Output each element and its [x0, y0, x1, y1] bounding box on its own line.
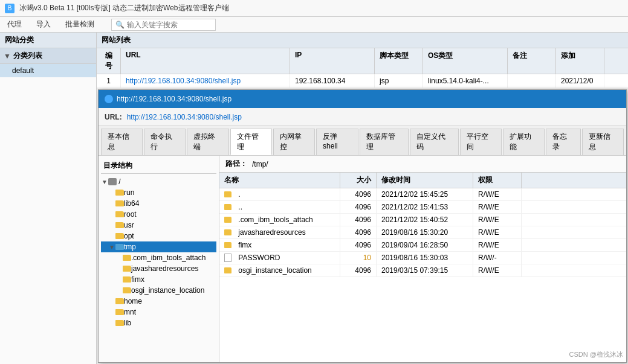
- tab-file-manager[interactable]: 文件管理: [230, 129, 272, 155]
- search-input[interactable]: [127, 21, 212, 29]
- tree-label-lib: lib: [124, 319, 131, 327]
- file-row-osgi[interactable]: osgi_instance_location 4096 2019/03/15 0…: [219, 264, 626, 277]
- tree-item-tmp[interactable]: ▼ tmp: [101, 241, 216, 252]
- menu-proxy[interactable]: 代理: [5, 18, 24, 31]
- tab-database[interactable]: 数据库管理: [360, 129, 409, 155]
- tabs-bar: 基本信息 命令执行 虚拟终端 文件管理 内网掌控 反弹shell 数据库管理 自…: [99, 126, 626, 156]
- popup-window: http://192.168.100.34:9080/shell.jsp URL…: [98, 89, 627, 363]
- folder-icon-javashared: [123, 266, 131, 272]
- tree-item-mnt[interactable]: mnt: [101, 307, 216, 318]
- right-content: 网站列表 编号 URL IP 脚本类型 OS类型 备注 添加 1 http://…: [97, 33, 628, 364]
- tab-custom-code[interactable]: 自定义代码: [410, 129, 459, 155]
- folder-icon-dotdot: [224, 204, 231, 210]
- search-icon: 🔍: [115, 21, 125, 29]
- popup-titlebar: http://192.168.100.34:9080/shell.jsp: [99, 90, 626, 108]
- tree-label-com-ibm: .com_ibm_tools_attach: [131, 254, 206, 262]
- tree-item-opt[interactable]: opt: [101, 231, 216, 241]
- folder-icon-fimx: [123, 276, 131, 283]
- tree-item-fimx[interactable]: fimx: [101, 274, 216, 285]
- left-panel: 网站分类 ▼ 分类列表 default: [0, 33, 97, 364]
- tab-extend[interactable]: 扩展功能: [503, 129, 545, 155]
- tab-reverse-shell[interactable]: 反弹shell: [316, 129, 358, 155]
- app-icon: B: [5, 4, 15, 13]
- tree-item-lib[interactable]: lib: [101, 318, 216, 328]
- file-size-password: 10: [340, 252, 377, 264]
- title-bar: B 冰蝎v3.0 Beta 11 [t00ls专版] 动态二进制加密Web远程管…: [0, 0, 628, 17]
- file-size-fimx: 4096: [340, 239, 377, 251]
- menu-import[interactable]: 导入: [34, 18, 53, 31]
- category-item-default[interactable]: default: [0, 64, 96, 77]
- file-time-dot: 2021/12/02 15:45:25: [377, 188, 473, 200]
- file-row-dot[interactable]: . 4096 2021/12/02 15:45:25 R/W/E: [219, 188, 626, 201]
- folder-icon-osgi-f: [224, 267, 231, 273]
- category-arrow: ▼: [4, 52, 11, 60]
- tree-label-fimx: fimx: [131, 275, 144, 284]
- tab-terminal[interactable]: 虚拟终端: [187, 129, 228, 155]
- file-name-javashared: javasharedresources: [219, 226, 340, 238]
- tree-label-root: /: [117, 177, 121, 186]
- file-row-javashared[interactable]: javasharedresources 4096 2019/08/16 15:3…: [219, 226, 626, 239]
- tab-basic-info[interactable]: 基本信息: [101, 129, 143, 155]
- tree-arrow-opt: [108, 233, 115, 240]
- file-time-fimx: 2019/09/04 16:28:50: [377, 239, 473, 251]
- file-size-osgi: 4096: [340, 264, 377, 276]
- col-header-ip: IP: [290, 48, 375, 74]
- file-row-com-ibm[interactable]: .com_ibm_tools_attach 4096 2021/12/02 15…: [219, 214, 626, 226]
- tree-item-osgi[interactable]: osgi_instance_location: [101, 285, 216, 296]
- main-layout: 网站分类 ▼ 分类列表 default 网站列表 编号 URL IP 脚本类型 …: [0, 33, 628, 364]
- tree-item-home[interactable]: home: [101, 296, 216, 307]
- tab-parallel[interactable]: 平行空间: [460, 129, 502, 155]
- fcol-header-time: 修改时间: [377, 173, 473, 188]
- file-time-password: 2019/08/16 15:30:03: [377, 252, 473, 264]
- folder-icon-lib: [115, 320, 124, 326]
- file-perm-fimx: R/W/E: [473, 239, 522, 251]
- folder-icon-opt: [115, 233, 124, 239]
- popup-url-value: http://192.168.100.34:9080/shell.jsp: [127, 113, 242, 121]
- file-table-header: 名称 大小 修改时间 权限: [219, 173, 626, 188]
- tree-item-com-ibm[interactable]: .com_ibm_tools_attach: [101, 252, 216, 263]
- search-box[interactable]: 🔍: [111, 19, 216, 31]
- file-perm-dot: R/W/E: [473, 188, 522, 200]
- tree-arrow-com-ibm: [115, 255, 123, 261]
- tree-arrow-root-dir: [108, 211, 115, 218]
- tree-item-root-dir[interactable]: root: [101, 209, 216, 220]
- tree-label-javashared: javasharedresources: [131, 264, 198, 273]
- tree-label-lib64: lib64: [124, 199, 139, 208]
- tree-item-usr[interactable]: usr: [101, 220, 216, 231]
- category-header[interactable]: ▼ 分类列表: [0, 48, 96, 64]
- folder-icon-mnt: [115, 309, 124, 315]
- tab-memo[interactable]: 备忘录: [546, 129, 580, 155]
- file-size-com-ibm: 4096: [340, 214, 377, 226]
- folder-icon-fimx-f: [224, 242, 231, 248]
- drive-icon: [108, 178, 117, 185]
- site-table: 编号 URL IP 脚本类型 OS类型 备注 添加 1 http://192.1…: [97, 48, 628, 88]
- tree-item-lib64[interactable]: lib64: [101, 198, 216, 209]
- file-row-fimx[interactable]: fimx 4096 2019/09/04 16:28:50 R/W/E: [219, 239, 626, 252]
- file-manager: 目录结构 ▼ / run: [99, 156, 626, 362]
- file-row-dotdot[interactable]: .. 4096 2021/12/02 15:41:53 R/W/E: [219, 201, 626, 214]
- popup-url-bar: URL: http://192.168.100.34:9080/shell.js…: [99, 108, 626, 126]
- file-perm-com-ibm: R/W/E: [473, 214, 522, 226]
- tree-arrow-lib: [108, 320, 115, 327]
- tree-arrow-root: ▼: [101, 179, 108, 185]
- path-value: /tmp/: [252, 160, 268, 168]
- tree-label-usr: usr: [124, 221, 134, 229]
- fcol-header-perm: 权限: [473, 173, 522, 188]
- tree-item-root[interactable]: ▼ /: [101, 176, 216, 187]
- tree-item-run[interactable]: run: [101, 187, 216, 198]
- tab-command[interactable]: 命令执行: [144, 129, 186, 155]
- tab-update[interactable]: 更新信息: [582, 129, 624, 155]
- file-name-osgi: osgi_instance_location: [219, 264, 340, 276]
- file-perm-password: R/W/-: [473, 252, 522, 264]
- menu-batch[interactable]: 批量检测: [63, 18, 97, 31]
- tree-arrow-tmp: ▼: [108, 244, 115, 251]
- file-row-password[interactable]: PASSWORD 10 2019/08/16 15:30:03 R/W/-: [219, 252, 626, 264]
- app-title: 冰蝎v3.0 Beta 11 [t00ls专版] 动态二进制加密Web远程管理客…: [19, 3, 229, 13]
- tree-arrow-mnt: [108, 309, 115, 316]
- file-name-password: PASSWORD: [219, 252, 340, 264]
- tree-label-mnt: mnt: [124, 308, 136, 316]
- site-table-row[interactable]: 1 http://192.168.100.34:9080/shell.jsp 1…: [97, 74, 628, 88]
- popup-title-url: http://192.168.100.34:9080/shell.jsp: [117, 95, 231, 103]
- tab-network[interactable]: 内网掌控: [273, 129, 315, 155]
- tree-item-javashared[interactable]: javasharedresources: [101, 263, 216, 274]
